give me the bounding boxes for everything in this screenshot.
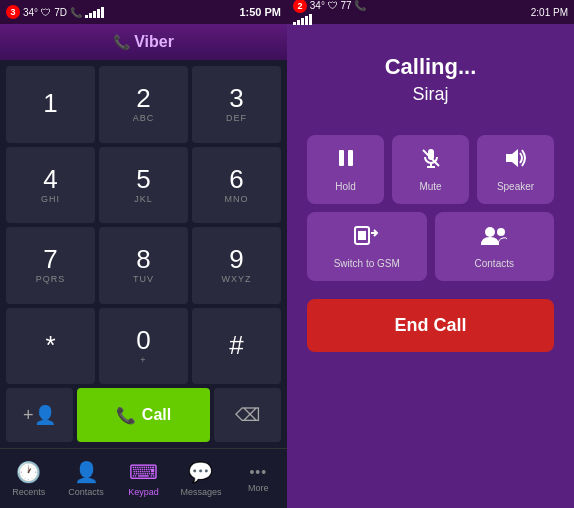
nav-item-messages[interactable]: 💬 Messages bbox=[172, 449, 229, 508]
viber-title: Viber bbox=[134, 33, 174, 51]
messages-icon: 💬 bbox=[188, 460, 213, 484]
viber-phone-icon: 📞 bbox=[113, 34, 130, 50]
calling-title: Calling... bbox=[385, 54, 477, 80]
svg-marker-6 bbox=[506, 149, 518, 167]
svg-point-9 bbox=[485, 227, 495, 237]
notification-badge-right: 2 bbox=[293, 0, 307, 13]
bottom-nav: 🕐 Recents 👤 Contacts ⌨ Keypad 💬 Messages… bbox=[0, 448, 287, 508]
right-panel: 2 34° 🛡 77 📞 2:01 PM Calling... Siraj bbox=[287, 0, 574, 508]
contacts-label: Contacts bbox=[68, 487, 104, 497]
svg-point-10 bbox=[497, 228, 505, 236]
hold-label: Hold bbox=[335, 181, 356, 192]
dialpad-area: 1 2 ABC 3 DEF 4 GHI 5 JKL 6 MNO bbox=[0, 60, 287, 448]
hold-icon bbox=[335, 147, 357, 175]
contacts-icon: 👤 bbox=[74, 460, 99, 484]
notification-badge-left: 3 bbox=[6, 5, 20, 19]
call-button-label: Call bbox=[142, 406, 171, 424]
keypad-icon: ⌨ bbox=[129, 460, 158, 484]
add-contact-icon: +👤 bbox=[23, 404, 56, 426]
dial-key-1[interactable]: 1 bbox=[6, 66, 95, 143]
status-bar-left: 3 34° 🛡 7D 📞 1:50 PM bbox=[0, 0, 287, 24]
nav-item-recents[interactable]: 🕐 Recents bbox=[0, 449, 57, 508]
call-button[interactable]: 📞 Call bbox=[77, 388, 211, 442]
speaker-button[interactable]: Speaker bbox=[477, 135, 554, 204]
hold-button[interactable]: Hold bbox=[307, 135, 384, 204]
contacts-call-icon bbox=[480, 224, 508, 252]
svg-rect-1 bbox=[348, 150, 353, 166]
calling-name: Siraj bbox=[412, 84, 448, 105]
left-panel: 3 34° 🛡 7D 📞 1:50 PM 📞 Viber 1 bbox=[0, 0, 287, 508]
switch-gsm-button[interactable]: Switch to GSM bbox=[307, 212, 427, 281]
nav-item-contacts[interactable]: 👤 Contacts bbox=[57, 449, 114, 508]
phone-icon-left: 📞 bbox=[70, 7, 82, 18]
backspace-button[interactable]: ⌫ bbox=[214, 388, 281, 442]
call-controls: Hold Mute bbox=[307, 135, 554, 352]
end-call-label: End Call bbox=[394, 315, 466, 335]
temp-right: 34° bbox=[310, 0, 325, 11]
messages-label: Messages bbox=[180, 487, 221, 497]
dial-key-star[interactable]: * bbox=[6, 308, 95, 385]
status-time-left: 1:50 PM bbox=[239, 6, 281, 18]
dial-key-4[interactable]: 4 GHI bbox=[6, 147, 95, 224]
temp-left: 34° bbox=[23, 7, 38, 18]
dial-key-2[interactable]: 2 ABC bbox=[99, 66, 188, 143]
calling-section: Calling... Siraj Hold bbox=[287, 24, 574, 508]
end-call-button[interactable]: End Call bbox=[307, 299, 554, 352]
contacts-call-button[interactable]: Contacts bbox=[435, 212, 555, 281]
dial-key-7[interactable]: 7 PQRS bbox=[6, 227, 95, 304]
keypad-label: Keypad bbox=[128, 487, 159, 497]
phone-icon-right: 📞 bbox=[354, 0, 366, 11]
dial-key-hash[interactable]: # bbox=[192, 308, 281, 385]
status-icons-right: 2 34° 🛡 77 📞 bbox=[293, 0, 366, 25]
add-contact-button[interactable]: +👤 bbox=[6, 388, 73, 442]
switch-gsm-label: Switch to GSM bbox=[334, 258, 400, 269]
action-row: +👤 📞 Call ⌫ bbox=[6, 388, 281, 442]
svg-rect-8 bbox=[358, 231, 366, 240]
more-icon: ••• bbox=[249, 464, 267, 480]
nav-item-more[interactable]: ••• More bbox=[230, 449, 287, 508]
recents-icon: 🕐 bbox=[16, 460, 41, 484]
viber-header: 📞 Viber bbox=[0, 24, 287, 60]
more-label: More bbox=[248, 483, 269, 493]
backspace-icon: ⌫ bbox=[235, 404, 260, 426]
dialpad-grid: 1 2 ABC 3 DEF 4 GHI 5 JKL 6 MNO bbox=[6, 66, 281, 384]
status-bar-right: 2 34° 🛡 77 📞 2:01 PM bbox=[287, 0, 574, 24]
shield-value-right: 77 bbox=[340, 0, 351, 11]
shield-icon: 🛡 bbox=[41, 7, 51, 18]
contacts-call-label: Contacts bbox=[475, 258, 514, 269]
mute-button[interactable]: Mute bbox=[392, 135, 469, 204]
dial-key-5[interactable]: 5 JKL bbox=[99, 147, 188, 224]
signal-bars-left bbox=[85, 6, 104, 18]
controls-row-1: Hold Mute bbox=[307, 135, 554, 204]
dial-key-3[interactable]: 3 DEF bbox=[192, 66, 281, 143]
speaker-icon bbox=[504, 147, 528, 175]
dial-key-6[interactable]: 6 MNO bbox=[192, 147, 281, 224]
dial-key-8[interactable]: 8 TUV bbox=[99, 227, 188, 304]
viber-logo: 📞 Viber bbox=[113, 33, 174, 51]
speaker-label: Speaker bbox=[497, 181, 534, 192]
shield-icon-right: 🛡 bbox=[328, 0, 338, 11]
call-phone-icon: 📞 bbox=[116, 406, 136, 425]
recents-label: Recents bbox=[12, 487, 45, 497]
status-time-right: 2:01 PM bbox=[531, 7, 568, 18]
shield-value-left: 7D bbox=[54, 7, 67, 18]
dial-key-0[interactable]: 0 + bbox=[99, 308, 188, 385]
dial-key-9[interactable]: 9 WXYZ bbox=[192, 227, 281, 304]
mute-label: Mute bbox=[419, 181, 441, 192]
switch-gsm-icon bbox=[353, 224, 381, 252]
mute-icon bbox=[420, 147, 442, 175]
status-icons-left: 3 34° 🛡 7D 📞 bbox=[6, 5, 104, 19]
nav-item-keypad[interactable]: ⌨ Keypad bbox=[115, 449, 172, 508]
controls-row-2: Switch to GSM Contacts bbox=[307, 212, 554, 281]
svg-rect-0 bbox=[339, 150, 344, 166]
